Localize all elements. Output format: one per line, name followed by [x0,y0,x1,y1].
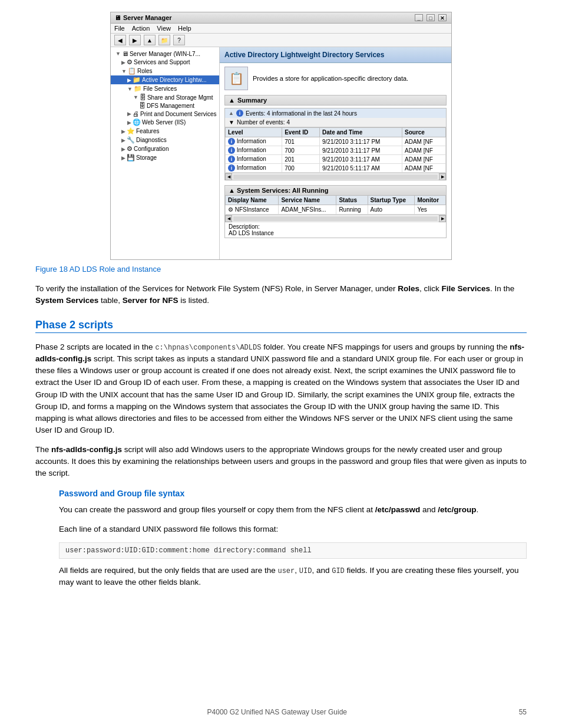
events-table: Level Event ID Date and Time Source i In… [225,127,446,173]
config-icon: ⚙ [127,145,133,153]
col-source: Source [402,128,446,137]
menu-action[interactable]: Action [132,25,150,32]
web-icon: 🌐 [133,118,141,126]
tree-item-storage[interactable]: ▶ 💾 Storage [111,153,219,162]
role-description: Provides a store for application-specifi… [253,75,408,82]
chevron-up-icon-services: ▲ [229,187,235,194]
content-body: 📋 Provides a store for application-speci… [220,63,451,242]
tree-item-roles[interactable]: ▼ 📋 Roles [111,67,219,75]
close-button[interactable]: ✕ [438,14,447,21]
code-block-container: user:password:UID:GID:comment:home direc… [35,542,527,559]
phase2-heading: Phase 2 scripts [35,319,527,333]
events-expand-icon[interactable]: ▲ [229,110,234,116]
bold-script2: nfs-adlds-config.js [51,445,122,454]
cell-eventid: 201 [282,155,320,164]
expand-icon-config: ▶ [121,146,125,152]
adlds-icon: 📁 [133,76,141,84]
role-header-area: 📋 Provides a store for application-speci… [224,67,447,90]
table-row[interactable]: i Information 701 9/21/2010 3:11:17 PM A… [226,137,446,146]
services-scrollbar[interactable]: ◀ ▶ [225,215,446,222]
col-status: Status [336,196,368,205]
role-icon: 📋 [224,67,248,90]
content-panel: Active Directory Lightweight Directory S… [220,47,451,259]
tree-item-adlds[interactable]: ▶ 📁 Active Directory Lightw... [111,75,219,84]
tree-features-label: Features [136,128,159,134]
events-scrollbar[interactable]: ◀ ▶ [225,173,446,180]
window-titlebar: 🖥 Server Manager _ □ ✕ [111,12,451,24]
footer-title: P4000 G2 Unified NAS Gateway User Guide [35,708,519,716]
col-datetime: Date and Time [320,128,402,137]
window-body: ▼ 🖥 Server Manager (WIN-L7... ▶ ⚙ Servic… [111,47,451,259]
tree-item-print[interactable]: ▶ 🖨 Print and Document Services [111,110,219,118]
sub-para2: Each line of a standard UNIX password fi… [35,523,527,535]
scroll-left-btn[interactable]: ◀ [225,173,232,180]
code-uid: UID [299,567,312,575]
summary-section-header[interactable]: ▲ Summary [224,95,447,106]
table-row[interactable]: i Information 700 9/21/2010 5:11:17 AM A… [226,164,446,173]
phase2-heading-text: Phase 2 scripts [35,319,113,331]
services-header[interactable]: ▲ System Services: All Running [225,186,446,195]
help-toolbar-button[interactable]: ? [173,35,185,45]
forward-button[interactable]: ▶ [129,35,141,45]
folders-button[interactable]: 📁 [158,35,170,45]
roles-icon: 📋 [128,67,136,75]
tree-item-dfs[interactable]: 🗄 DFS Management [111,101,219,110]
minimize-button[interactable]: _ [415,14,423,21]
events-header: ▲ i Events: 4 informational in the last … [225,108,446,118]
svc-scroll-right[interactable]: ▶ [439,215,446,222]
expand-icon-storage: ▶ [121,155,125,161]
code-gid: GID [332,567,345,575]
back-button[interactable]: ◀ [114,35,126,45]
tree-server-icon: 🖥 [122,50,128,57]
page-footer: P4000 G2 Unified NAS Gateway User Guide … [0,708,562,716]
events-section: ▲ i Events: 4 informational in the last … [224,108,447,180]
cell-eventid: 700 [282,164,320,173]
menu-help[interactable]: Help [178,25,191,32]
col-service-name: Service Name [279,196,336,205]
services-support-icon: ⚙ [127,58,133,66]
table-row[interactable]: i Information 201 9/21/2010 3:11:17 AM A… [226,155,446,164]
figure-caption-text: Figure 18 AD LDS Role and Instance [35,265,161,274]
svc-scroll-left[interactable]: ◀ [225,215,232,222]
col-monitor: Monitor [415,196,446,205]
expand-icon-fs: ▼ [127,86,133,92]
table-row[interactable]: i Information 700 9/21/2010 3:11:17 PM A… [226,146,446,155]
expand-icon-share: ▼ [133,94,138,100]
share-icon: 🗄 [140,94,146,101]
table-row[interactable]: ⚙ NFSInstance ADAM_NFSIns... Running Aut… [226,205,446,215]
tree-item-features[interactable]: ▶ ⭐ Features [111,127,219,136]
diagnostics-icon: 🔧 [127,136,135,144]
desc-label: Description: [229,223,442,230]
cell-display: ⚙ NFSInstance [226,205,279,215]
menu-file[interactable]: File [114,25,125,32]
tree-item-services-support[interactable]: ▶ ⚙ Services and Support [111,58,219,67]
tree-item-web[interactable]: ▶ 🌐 Web Server (IIS) [111,118,219,127]
sub-para1: You can create the password and group fi… [35,504,527,516]
service-icon: ⚙ [228,206,233,213]
cell-source: ADAM [NF [402,164,446,173]
col-startup-type: Startup Type [368,196,415,205]
bold-file-services: File Services [442,284,491,293]
tree-item-file-services[interactable]: ▼ 📁 File Services [111,84,219,93]
tree-item-share-storage[interactable]: ▼ 🗄 Share and Storage Mgmt [111,93,219,101]
tree-item-server-manager[interactable]: ▼ 🖥 Server Manager (WIN-L7... [111,50,219,58]
cell-level: i Information [226,146,282,155]
info-icon-row2: i [228,147,235,154]
menu-view[interactable]: View [157,25,171,32]
tree-print-label: Print and Document Services [140,111,217,117]
expand-icon-web: ▶ [127,120,131,126]
tree-item-diagnostics[interactable]: ▶ 🔧 Diagnostics [111,136,219,144]
expand-icon-roles: ▼ [121,68,127,74]
scroll-right-btn[interactable]: ▶ [439,173,446,180]
events-label: Events: 4 informational in the last 24 h… [246,110,357,117]
maximize-button[interactable]: □ [427,14,435,21]
file-services-icon: 📁 [134,85,142,93]
up-button[interactable]: ▲ [144,35,156,45]
cell-datetime: 9/21/2010 3:11:17 PM [320,146,402,155]
tree-item-configuration[interactable]: ▶ ⚙ Configuration [111,144,219,153]
cell-source: ADAM [NF [402,146,446,155]
tree-diag-label: Diagnostics [136,137,167,143]
code-line: user:password:UID:GID:comment:home direc… [65,546,312,555]
tree-server-label: Server Manager (WIN-L7... [130,51,200,57]
bold-script-name: nfs-adlds-config.js [35,342,524,363]
